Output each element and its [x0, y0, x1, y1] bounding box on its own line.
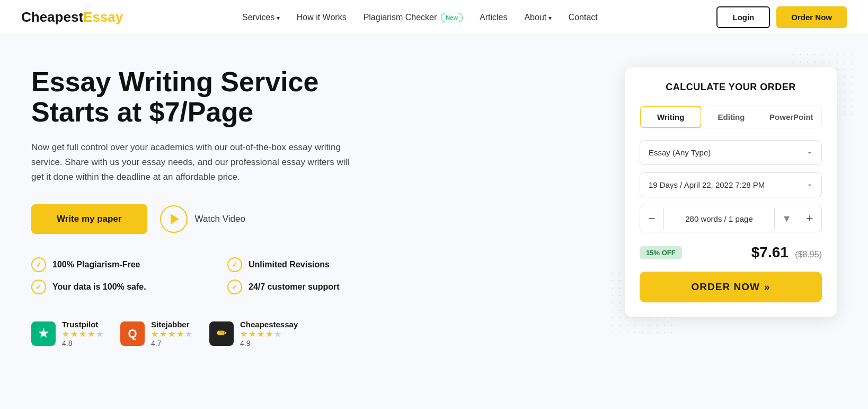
price-original: ($8.95)	[795, 250, 822, 259]
logo[interactable]: CheapestEssay	[21, 9, 123, 25]
feature-data-safe: ✓ Your data is 100% safe.	[31, 280, 196, 294]
features-grid: ✓ 100% Plagiarism-Free ✓ Unlimited Revis…	[31, 257, 392, 294]
check-icon-3: ✓	[31, 280, 46, 294]
order-now-header-button[interactable]: Order Now	[776, 6, 847, 28]
trustpilot-half-star: ★	[96, 329, 103, 338]
tab-editing[interactable]: Editing	[701, 106, 761, 128]
calculator-panel: CALCULATE YOUR ORDER Writing Editing Pow…	[625, 67, 837, 317]
feature-plagiarism-free: ✓ 100% Plagiarism-Free	[31, 257, 196, 272]
calculator-tabs: Writing Editing PowerPoint	[640, 106, 822, 128]
price-row: 15% OFF $7.61 ($8.95)	[640, 244, 822, 261]
nav-how-it-works[interactable]: How it Works	[297, 13, 347, 22]
watch-video-button[interactable]: Watch Video	[160, 205, 245, 233]
sitejabber-stars: ★★★★	[151, 329, 185, 338]
trustpilot-stars: ★★★★	[62, 329, 96, 338]
cheapestessay-score: 4.9	[240, 339, 298, 347]
trustpilot-logo: ★	[31, 321, 56, 346]
check-icon-1: ✓	[31, 257, 46, 272]
sitejabber-name: Sitejabber	[151, 320, 192, 329]
cheapestessay-info: Cheapestessay ★★★★★ 4.9	[240, 320, 298, 347]
rating-sitejabber: Q Sitejabber ★★★★★ 4.7	[120, 320, 192, 347]
trustpilot-info: Trustpilot ★★★★★ 4.8	[62, 320, 103, 347]
deadline-select[interactable]: 19 Days / April 22, 2022 7:28 PM	[640, 172, 822, 197]
pages-increment-button[interactable]: +	[798, 205, 821, 232]
nav-articles[interactable]: Articles	[480, 13, 507, 22]
feature-unlimited-revisions: ✓ Unlimited Revisions	[227, 257, 392, 272]
feature-label-4: 24/7 customer support	[249, 282, 340, 292]
main-nav: Services How it Works Plagiarism Checker…	[242, 13, 598, 22]
hero-title: Essay Writing Service Starts at $7/Page	[31, 67, 392, 127]
tab-powerpoint[interactable]: PowerPoint	[761, 106, 821, 128]
feature-label-1: 100% Plagiarism-Free	[52, 260, 140, 269]
feature-label-3: Your data is 100% safe.	[52, 282, 146, 292]
pages-row: − 280 words / 1 page ▾ +	[640, 205, 822, 232]
sitejabber-info: Sitejabber ★★★★★ 4.7	[151, 320, 192, 347]
cheapestessay-logo: ✏	[209, 321, 234, 346]
order-now-chevron-icon: »	[764, 281, 770, 293]
feature-label-2: Unlimited Revisions	[249, 260, 330, 269]
feature-customer-support: ✓ 24/7 customer support	[227, 280, 392, 294]
tab-writing[interactable]: Writing	[640, 106, 702, 128]
nav-services[interactable]: Services	[242, 13, 280, 22]
hero-section: Essay Writing Service Starts at $7/Page …	[31, 67, 392, 347]
cheapestessay-half-star: ★	[274, 329, 281, 338]
pages-dropdown-button[interactable]: ▾	[775, 205, 798, 232]
sitejabber-logo: Q	[120, 321, 145, 346]
hero-description: Now get full control over your academics…	[31, 140, 360, 185]
header-actions: Login Order Now	[716, 6, 847, 28]
pages-decrement-button[interactable]: −	[640, 205, 663, 232]
cheapestessay-stars: ★★★★	[240, 329, 274, 338]
order-now-calc-label: ORDER NOW	[692, 281, 760, 293]
trustpilot-score: 4.8	[62, 339, 103, 347]
new-badge: New	[441, 13, 463, 22]
sitejabber-half-star: ★	[185, 329, 192, 338]
main-content: Essay Writing Service Starts at $7/Page …	[10, 35, 858, 369]
play-icon	[160, 205, 188, 233]
logo-essay: Essay	[83, 9, 123, 25]
rating-trustpilot: ★ Trustpilot ★★★★★ 4.8	[31, 320, 103, 347]
nav-about[interactable]: About	[524, 13, 551, 22]
watch-video-label: Watch Video	[195, 214, 245, 224]
order-now-calc-button[interactable]: ORDER NOW »	[640, 272, 822, 302]
login-button[interactable]: Login	[716, 6, 770, 28]
logo-cheapest: Cheapest	[21, 9, 83, 25]
calculator-title: CALCULATE YOUR ORDER	[640, 82, 822, 93]
essay-type-select[interactable]: Essay (Any Type)	[640, 140, 822, 165]
cta-buttons: Write my paper Watch Video	[31, 204, 392, 234]
nav-plagiarism-checker[interactable]: Plagiarism Checker	[364, 13, 437, 22]
cheapestessay-name: Cheapestessay	[240, 320, 298, 329]
check-icon-2: ✓	[227, 257, 242, 272]
price-display-group: $7.61 ($8.95)	[751, 244, 822, 261]
header: CheapestEssay Services How it Works Plag…	[0, 0, 868, 35]
price-display: $7.61	[751, 244, 789, 260]
sitejabber-score: 4.7	[151, 339, 192, 347]
ratings-row: ★ Trustpilot ★★★★★ 4.8 Q Sitejabber ★★★★…	[31, 320, 392, 347]
pages-text: 280 words / 1 page	[663, 208, 775, 230]
nav-contact[interactable]: Contact	[569, 13, 598, 22]
rating-cheapestessay: ✏ Cheapestessay ★★★★★ 4.9	[209, 320, 298, 347]
discount-badge: 15% OFF	[640, 246, 682, 259]
trustpilot-name: Trustpilot	[62, 320, 103, 329]
play-triangle-icon	[171, 214, 179, 224]
check-icon-4: ✓	[227, 280, 242, 294]
write-my-paper-button[interactable]: Write my paper	[31, 204, 147, 234]
